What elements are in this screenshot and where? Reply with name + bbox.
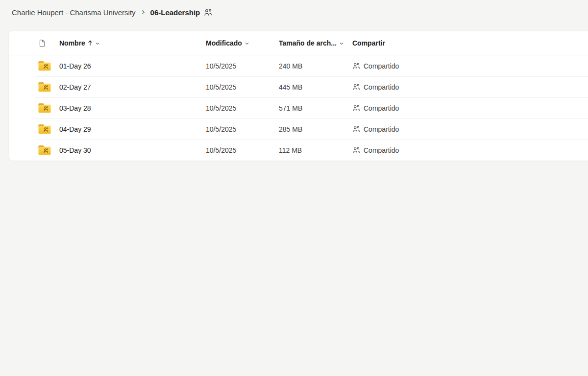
share-status[interactable]: Compartido	[352, 62, 588, 70]
share-status-label: Compartido	[364, 62, 399, 70]
breadcrumb-parent-link[interactable]: Charlie Houpert - Charisma University	[12, 8, 136, 17]
file-size: 285 MB	[279, 125, 352, 133]
file-list-card: Nombre Modificado Tamaño de arch... Comp…	[9, 31, 588, 161]
modified-date: 10/5/2025	[206, 146, 279, 154]
chevron-down-icon	[339, 41, 344, 46]
folder-row[interactable]: 04-Day 29 10/5/2025 285 MB Compartido	[9, 118, 588, 140]
shared-folder-icon	[38, 82, 59, 92]
shared-folder-icon	[38, 145, 59, 155]
column-header-modified-label: Modificado	[206, 39, 242, 47]
file-size: 571 MB	[279, 104, 352, 112]
folder-name[interactable]: 01-Day 26	[59, 62, 206, 70]
file-size: 445 MB	[279, 83, 352, 91]
folder-name[interactable]: 04-Day 29	[59, 125, 206, 133]
file-size: 240 MB	[279, 62, 352, 70]
breadcrumb-current: 06-Leadership	[150, 8, 200, 17]
folder-row[interactable]: 01-Day 26 10/5/2025 240 MB Compartido	[9, 55, 588, 76]
chevron-down-icon	[245, 41, 249, 46]
folder-name[interactable]: 03-Day 28	[59, 104, 206, 112]
file-size: 112 MB	[279, 146, 352, 154]
column-header-share[interactable]: Compartir	[352, 39, 588, 47]
column-header-size[interactable]: Tamaño de arch...	[279, 39, 352, 47]
people-icon	[352, 62, 360, 70]
folder-row[interactable]: 05-Day 30 10/5/2025 112 MB Compartido	[9, 140, 588, 161]
column-header-share-label: Compartir	[352, 39, 385, 47]
share-status[interactable]: Compartido	[352, 146, 588, 154]
breadcrumb: Charlie Houpert - Charisma University 06…	[0, 0, 588, 24]
column-header-modified[interactable]: Modificado	[206, 39, 279, 47]
people-icon	[352, 104, 360, 112]
folder-row[interactable]: 02-Day 27 10/5/2025 445 MB Compartido	[9, 76, 588, 97]
folder-row[interactable]: 03-Day 28 10/5/2025 571 MB Compartido	[9, 97, 588, 118]
people-icon	[204, 8, 212, 17]
document-icon	[38, 39, 59, 47]
column-header-name-label: Nombre	[59, 39, 85, 47]
share-status-label: Compartido	[364, 146, 399, 154]
share-status[interactable]: Compartido	[352, 83, 588, 91]
modified-date: 10/5/2025	[206, 62, 279, 70]
chevron-down-icon	[95, 41, 100, 46]
people-icon	[352, 125, 360, 133]
folder-name[interactable]: 02-Day 27	[59, 83, 206, 91]
arrow-up-icon	[88, 40, 93, 46]
modified-date: 10/5/2025	[206, 125, 279, 133]
table-header-row: Nombre Modificado Tamaño de arch... Comp…	[9, 31, 588, 55]
modified-date: 10/5/2025	[206, 83, 279, 91]
shared-folder-icon	[38, 103, 59, 113]
folder-name[interactable]: 05-Day 30	[59, 146, 206, 154]
column-header-size-label: Tamaño de arch...	[279, 39, 337, 47]
share-status-label: Compartido	[364, 83, 399, 91]
column-header-name[interactable]: Nombre	[59, 39, 206, 47]
shared-folder-icon	[38, 61, 59, 71]
share-status-label: Compartido	[364, 104, 399, 112]
share-status[interactable]: Compartido	[352, 125, 588, 133]
share-status[interactable]: Compartido	[352, 104, 588, 112]
modified-date: 10/5/2025	[206, 104, 279, 112]
people-icon	[352, 83, 360, 91]
share-status-label: Compartido	[364, 125, 399, 133]
people-icon	[352, 146, 360, 154]
chevron-right-icon	[140, 9, 146, 15]
shared-folder-icon	[38, 124, 59, 134]
